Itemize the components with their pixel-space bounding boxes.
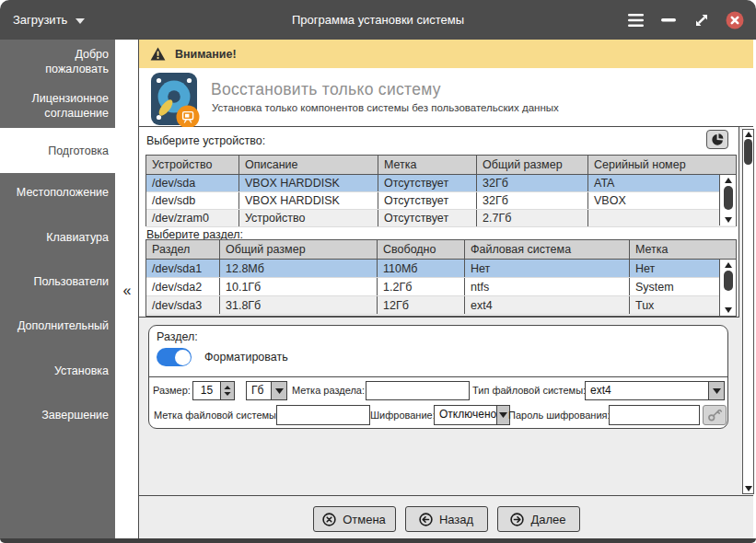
- partition-label-label: Метка раздела:: [292, 385, 365, 396]
- next-button[interactable]: Далее: [497, 506, 580, 532]
- format-toggle-label: Форматировать: [204, 351, 288, 364]
- device-table-header: Устройство Описание Метка Общий размер С…: [146, 156, 736, 175]
- titlebar: Загрузить Программа установки системы: [0, 0, 756, 40]
- size-label: Размер:: [153, 385, 191, 396]
- encryption-select[interactable]: Отключено: [434, 405, 510, 425]
- sidebar-item-welcome[interactable]: Добро пожаловать: [35, 47, 109, 76]
- fs-type-label: Тип файловой системы:: [472, 385, 586, 396]
- password-input[interactable]: [609, 405, 700, 425]
- password-key-button[interactable]: [703, 405, 727, 425]
- chevron-down-icon: [76, 18, 85, 24]
- cancel-button[interactable]: Отмена: [313, 506, 396, 532]
- col-total-size[interactable]: Общий размер: [220, 240, 378, 259]
- content-pane: Внимание! Восстановить только систему Ус…: [138, 40, 753, 538]
- sidebar-item-license[interactable]: Лицензионное соглашение: [0, 91, 109, 121]
- device-select-label: Выберите устройство:: [146, 134, 265, 147]
- col-device[interactable]: Устройство: [146, 156, 239, 174]
- fs-label-label: Метка файловой системы:: [154, 410, 279, 421]
- col-serial[interactable]: Серийный номер: [588, 156, 736, 174]
- pie-chart-button[interactable]: [706, 130, 728, 149]
- sidebar-collapse-button[interactable]: «: [118, 281, 136, 301]
- main-scrollbar[interactable]: [742, 129, 754, 494]
- sidebar-item-users[interactable]: Пользователи: [0, 274, 109, 289]
- window-controls: [622, 0, 749, 40]
- col-filesystem[interactable]: Файловая система: [465, 240, 630, 259]
- scroll-area: Выберите устройство: Устройство Описание…: [139, 127, 742, 495]
- page-title: Восстановить только систему: [211, 80, 441, 99]
- sidebar: Добро пожаловать Лицензионное соглашение…: [0, 40, 115, 538]
- col-size[interactable]: Общий размер: [477, 156, 588, 174]
- chevron-down-icon[interactable]: [708, 382, 724, 399]
- sidebar-item-install[interactable]: Установка: [0, 364, 109, 378]
- warning-banner: Внимание!: [139, 40, 753, 68]
- format-toggle[interactable]: [157, 348, 192, 366]
- window-bottom-border: [0, 538, 756, 543]
- pie-chart-icon: [711, 133, 725, 146]
- load-menu-label: Загрузить: [13, 13, 67, 27]
- col-label[interactable]: Метка: [378, 156, 477, 174]
- scroll-up-icon[interactable]: [745, 132, 752, 137]
- partition-table-scrollbar[interactable]: [719, 260, 736, 316]
- device-table-scrollbar[interactable]: [719, 175, 736, 225]
- groupbox-title: Раздел:: [157, 330, 198, 343]
- back-button[interactable]: Назад: [405, 506, 488, 532]
- device-row-zram0[interactable]: /dev/zram0 Устройство Отсутствует 2.7Гб: [146, 210, 736, 227]
- scroll-up-icon[interactable]: [725, 262, 732, 268]
- sidebar-item-location[interactable]: Местоположение: [0, 185, 109, 200]
- sidebar-item-keyboard[interactable]: Клавиатура: [0, 230, 109, 245]
- key-icon: [707, 409, 723, 422]
- warning-text: Внимание!: [175, 48, 237, 61]
- col-partition[interactable]: Раздел: [146, 240, 220, 259]
- scroll-thumb[interactable]: [744, 139, 752, 165]
- partition-groupbox: Раздел: Форматировать Размер: 15 Гб Метк…: [148, 325, 728, 429]
- scroll-thumb[interactable]: [724, 271, 733, 291]
- device-row-sdb[interactable]: /dev/sdb VBOX HARDDISK Отсутствует 32Гб …: [146, 192, 736, 210]
- partition-label-input[interactable]: [366, 381, 470, 400]
- page-subtitle: Установка только компонентов системы без…: [212, 102, 559, 113]
- partition-table: Раздел Общий размер Свободно Файловая си…: [145, 239, 737, 317]
- page-header: Восстановить только систему Установка то…: [139, 68, 753, 127]
- back-icon: [419, 513, 433, 526]
- minimize-icon[interactable]: [655, 0, 682, 40]
- device-table: Устройство Описание Метка Общий размер С…: [145, 155, 737, 226]
- fs-label-input[interactable]: [276, 405, 370, 425]
- scroll-down-icon[interactable]: [745, 486, 752, 491]
- scroll-thumb[interactable]: [724, 186, 733, 210]
- encryption-label: Шифрование:: [370, 410, 436, 421]
- sidebar-item-preparation[interactable]: Подготовка: [0, 128, 138, 173]
- disk-icon: [151, 73, 204, 132]
- device-panel: Выберите устройство: Устройство Описание…: [139, 127, 739, 318]
- groupbox-separator: [149, 376, 727, 377]
- unit-select[interactable]: Гб: [246, 381, 287, 400]
- partition-table-header: Раздел Общий размер Свободно Файловая си…: [146, 240, 736, 260]
- password-label: Пароль шифрования:: [508, 410, 611, 421]
- partition-row-sda3[interactable]: /dev/sda3 31.8Гб 12Гб ext4 Tux: [146, 296, 736, 315]
- device-row-sda[interactable]: /dev/sda VBOX HARDDISK Отсутствует 32Гб …: [146, 175, 736, 192]
- chevron-down-icon[interactable]: [271, 382, 286, 399]
- col-label[interactable]: Метка: [630, 240, 736, 259]
- close-icon[interactable]: [721, 0, 749, 40]
- partition-row-sda1[interactable]: /dev/sda1 12.8Мб 110Мб Нет Нет: [146, 260, 736, 278]
- sidebar-item-finish[interactable]: Завершение: [0, 408, 109, 422]
- load-menu-button[interactable]: Загрузить: [13, 0, 85, 40]
- fs-type-select[interactable]: ext4: [585, 381, 725, 400]
- size-spinbox[interactable]: 15: [192, 381, 235, 400]
- chevron-down-icon[interactable]: [496, 406, 509, 424]
- scroll-down-icon[interactable]: [725, 307, 732, 313]
- footer-bar: Отмена Назад Далее: [139, 495, 753, 538]
- col-free[interactable]: Свободно: [378, 240, 465, 259]
- cancel-icon: [322, 513, 336, 526]
- col-description[interactable]: Описание: [239, 156, 378, 174]
- warning-icon: [150, 47, 166, 61]
- scroll-up-icon[interactable]: [725, 178, 732, 183]
- scroll-down-icon[interactable]: [725, 217, 732, 223]
- sidebar-item-additional[interactable]: Дополнительный: [0, 318, 109, 333]
- partition-row-sda2[interactable]: /dev/sda2 10.1Гб 1.2Гб ntfs System: [146, 278, 736, 296]
- menu-icon[interactable]: [622, 0, 649, 40]
- spinner-arrows-icon[interactable]: [220, 382, 234, 399]
- maximize-icon[interactable]: [688, 0, 715, 40]
- next-icon: [510, 513, 524, 526]
